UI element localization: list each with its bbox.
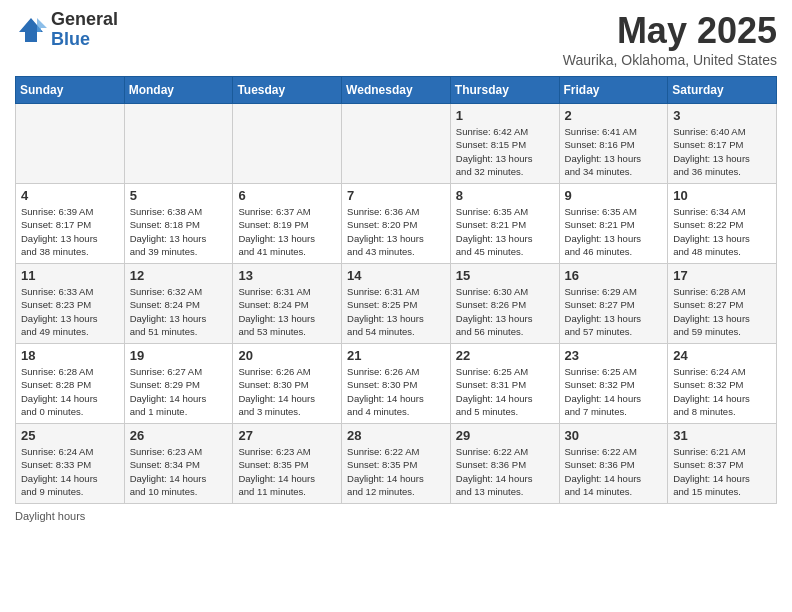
calendar-cell: 22Sunrise: 6:25 AM Sunset: 8:31 PM Dayli… [450, 344, 559, 424]
day-info: Sunrise: 6:32 AM Sunset: 8:24 PM Dayligh… [130, 285, 228, 338]
calendar-cell: 18Sunrise: 6:28 AM Sunset: 8:28 PM Dayli… [16, 344, 125, 424]
day-number: 15 [456, 268, 554, 283]
day-number: 13 [238, 268, 336, 283]
day-info: Sunrise: 6:41 AM Sunset: 8:16 PM Dayligh… [565, 125, 663, 178]
calendar-cell: 31Sunrise: 6:21 AM Sunset: 8:37 PM Dayli… [668, 424, 777, 504]
day-info: Sunrise: 6:24 AM Sunset: 8:32 PM Dayligh… [673, 365, 771, 418]
title-area: May 2025 Waurika, Oklahoma, United State… [563, 10, 777, 68]
day-number: 29 [456, 428, 554, 443]
day-info: Sunrise: 6:21 AM Sunset: 8:37 PM Dayligh… [673, 445, 771, 498]
day-number: 14 [347, 268, 445, 283]
day-info: Sunrise: 6:23 AM Sunset: 8:34 PM Dayligh… [130, 445, 228, 498]
day-number: 27 [238, 428, 336, 443]
calendar-cell: 23Sunrise: 6:25 AM Sunset: 8:32 PM Dayli… [559, 344, 668, 424]
calendar-cell: 3Sunrise: 6:40 AM Sunset: 8:17 PM Daylig… [668, 104, 777, 184]
logo-icon [15, 14, 47, 46]
day-info: Sunrise: 6:38 AM Sunset: 8:18 PM Dayligh… [130, 205, 228, 258]
day-number: 22 [456, 348, 554, 363]
day-number: 30 [565, 428, 663, 443]
calendar-week-2: 4Sunrise: 6:39 AM Sunset: 8:17 PM Daylig… [16, 184, 777, 264]
logo: General Blue [15, 10, 118, 50]
calendar-body: 1Sunrise: 6:42 AM Sunset: 8:15 PM Daylig… [16, 104, 777, 504]
day-info: Sunrise: 6:24 AM Sunset: 8:33 PM Dayligh… [21, 445, 119, 498]
day-info: Sunrise: 6:39 AM Sunset: 8:17 PM Dayligh… [21, 205, 119, 258]
calendar-cell: 19Sunrise: 6:27 AM Sunset: 8:29 PM Dayli… [124, 344, 233, 424]
header-thursday: Thursday [450, 77, 559, 104]
day-info: Sunrise: 6:31 AM Sunset: 8:24 PM Dayligh… [238, 285, 336, 338]
calendar-cell [233, 104, 342, 184]
page-header: General Blue May 2025 Waurika, Oklahoma,… [15, 10, 777, 68]
calendar-cell: 7Sunrise: 6:36 AM Sunset: 8:20 PM Daylig… [342, 184, 451, 264]
day-number: 24 [673, 348, 771, 363]
day-info: Sunrise: 6:28 AM Sunset: 8:27 PM Dayligh… [673, 285, 771, 338]
day-number: 5 [130, 188, 228, 203]
header-saturday: Saturday [668, 77, 777, 104]
day-number: 11 [21, 268, 119, 283]
calendar-week-1: 1Sunrise: 6:42 AM Sunset: 8:15 PM Daylig… [16, 104, 777, 184]
calendar-cell: 30Sunrise: 6:22 AM Sunset: 8:36 PM Dayli… [559, 424, 668, 504]
day-info: Sunrise: 6:28 AM Sunset: 8:28 PM Dayligh… [21, 365, 119, 418]
day-info: Sunrise: 6:33 AM Sunset: 8:23 PM Dayligh… [21, 285, 119, 338]
calendar-cell [124, 104, 233, 184]
calendar-cell: 13Sunrise: 6:31 AM Sunset: 8:24 PM Dayli… [233, 264, 342, 344]
day-number: 2 [565, 108, 663, 123]
day-info: Sunrise: 6:23 AM Sunset: 8:35 PM Dayligh… [238, 445, 336, 498]
day-info: Sunrise: 6:34 AM Sunset: 8:22 PM Dayligh… [673, 205, 771, 258]
calendar-cell: 9Sunrise: 6:35 AM Sunset: 8:21 PM Daylig… [559, 184, 668, 264]
calendar-week-5: 25Sunrise: 6:24 AM Sunset: 8:33 PM Dayli… [16, 424, 777, 504]
calendar-cell: 2Sunrise: 6:41 AM Sunset: 8:16 PM Daylig… [559, 104, 668, 184]
day-info: Sunrise: 6:36 AM Sunset: 8:20 PM Dayligh… [347, 205, 445, 258]
header-tuesday: Tuesday [233, 77, 342, 104]
day-info: Sunrise: 6:37 AM Sunset: 8:19 PM Dayligh… [238, 205, 336, 258]
calendar-cell: 16Sunrise: 6:29 AM Sunset: 8:27 PM Dayli… [559, 264, 668, 344]
day-number: 19 [130, 348, 228, 363]
calendar-cell: 27Sunrise: 6:23 AM Sunset: 8:35 PM Dayli… [233, 424, 342, 504]
month-title: May 2025 [563, 10, 777, 52]
logo-general-text: General [51, 10, 118, 30]
calendar-header: Sunday Monday Tuesday Wednesday Thursday… [16, 77, 777, 104]
calendar-cell: 21Sunrise: 6:26 AM Sunset: 8:30 PM Dayli… [342, 344, 451, 424]
day-info: Sunrise: 6:26 AM Sunset: 8:30 PM Dayligh… [238, 365, 336, 418]
daylight-hours-label: Daylight hours [15, 510, 85, 522]
calendar-cell: 26Sunrise: 6:23 AM Sunset: 8:34 PM Dayli… [124, 424, 233, 504]
page-container: General Blue May 2025 Waurika, Oklahoma,… [0, 0, 792, 532]
day-info: Sunrise: 6:40 AM Sunset: 8:17 PM Dayligh… [673, 125, 771, 178]
calendar-week-3: 11Sunrise: 6:33 AM Sunset: 8:23 PM Dayli… [16, 264, 777, 344]
day-number: 4 [21, 188, 119, 203]
calendar-cell: 4Sunrise: 6:39 AM Sunset: 8:17 PM Daylig… [16, 184, 125, 264]
day-number: 8 [456, 188, 554, 203]
day-info: Sunrise: 6:22 AM Sunset: 8:36 PM Dayligh… [565, 445, 663, 498]
day-number: 16 [565, 268, 663, 283]
day-number: 9 [565, 188, 663, 203]
day-info: Sunrise: 6:27 AM Sunset: 8:29 PM Dayligh… [130, 365, 228, 418]
location-text: Waurika, Oklahoma, United States [563, 52, 777, 68]
calendar-cell: 5Sunrise: 6:38 AM Sunset: 8:18 PM Daylig… [124, 184, 233, 264]
day-number: 6 [238, 188, 336, 203]
day-number: 25 [21, 428, 119, 443]
calendar-cell: 15Sunrise: 6:30 AM Sunset: 8:26 PM Dayli… [450, 264, 559, 344]
calendar-cell: 28Sunrise: 6:22 AM Sunset: 8:35 PM Dayli… [342, 424, 451, 504]
day-number: 21 [347, 348, 445, 363]
calendar-cell: 10Sunrise: 6:34 AM Sunset: 8:22 PM Dayli… [668, 184, 777, 264]
calendar-cell: 6Sunrise: 6:37 AM Sunset: 8:19 PM Daylig… [233, 184, 342, 264]
day-info: Sunrise: 6:22 AM Sunset: 8:35 PM Dayligh… [347, 445, 445, 498]
calendar-cell: 1Sunrise: 6:42 AM Sunset: 8:15 PM Daylig… [450, 104, 559, 184]
logo-blue-text: Blue [51, 30, 118, 50]
calendar-cell: 8Sunrise: 6:35 AM Sunset: 8:21 PM Daylig… [450, 184, 559, 264]
day-number: 28 [347, 428, 445, 443]
svg-marker-1 [37, 18, 47, 32]
calendar-cell: 14Sunrise: 6:31 AM Sunset: 8:25 PM Dayli… [342, 264, 451, 344]
day-number: 10 [673, 188, 771, 203]
day-info: Sunrise: 6:25 AM Sunset: 8:31 PM Dayligh… [456, 365, 554, 418]
day-number: 23 [565, 348, 663, 363]
header-wednesday: Wednesday [342, 77, 451, 104]
calendar-cell [16, 104, 125, 184]
day-number: 17 [673, 268, 771, 283]
day-number: 26 [130, 428, 228, 443]
header-friday: Friday [559, 77, 668, 104]
day-info: Sunrise: 6:22 AM Sunset: 8:36 PM Dayligh… [456, 445, 554, 498]
day-number: 3 [673, 108, 771, 123]
calendar-cell: 24Sunrise: 6:24 AM Sunset: 8:32 PM Dayli… [668, 344, 777, 424]
day-info: Sunrise: 6:35 AM Sunset: 8:21 PM Dayligh… [565, 205, 663, 258]
calendar-cell: 29Sunrise: 6:22 AM Sunset: 8:36 PM Dayli… [450, 424, 559, 504]
